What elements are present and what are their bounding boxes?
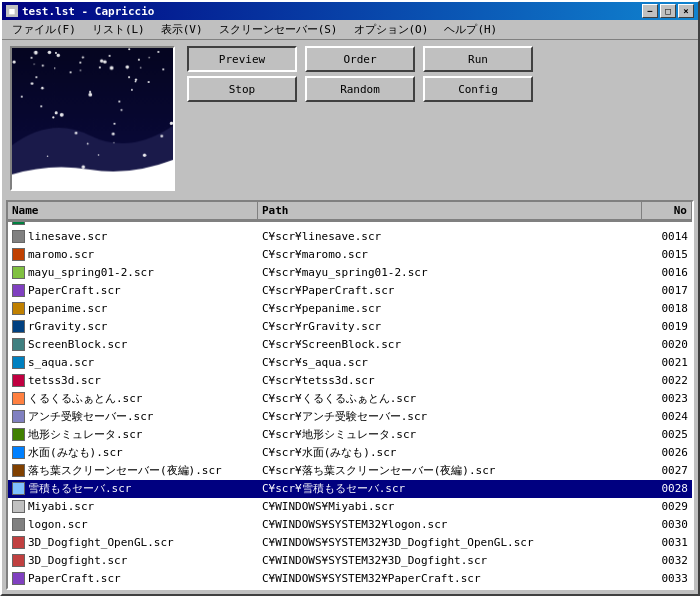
file-icon xyxy=(12,356,25,369)
menu-screensaver[interactable]: スクリーンセーバー(S) xyxy=(211,20,346,39)
file-icon xyxy=(12,572,25,585)
table-row[interactable]: アンチ受験セーバー.scr C¥scr¥アンチ受験セーバー.scr 0024 xyxy=(8,408,692,426)
table-row[interactable]: PaperCraft.scr C¥WINDOWS¥SYSTEM32¥PaperC… xyxy=(8,570,692,588)
cell-path: C¥WINDOWS¥SYSTEM32¥3D_Dogfight_OpenGL.sc… xyxy=(258,535,642,550)
preview-box xyxy=(10,46,175,191)
cell-name-text: ScreenBlock.scr xyxy=(28,338,127,351)
cell-no: 0022 xyxy=(642,373,692,388)
cell-path: C¥WINDOWS¥SYSTEM32¥PaperCraft.scr xyxy=(258,571,642,586)
cell-no: 0017 xyxy=(642,283,692,298)
buttons-area: Preview Order Run Stop Random Config xyxy=(187,46,690,194)
cell-no: 0025 xyxy=(642,427,692,442)
table-row[interactable]: 地形シミュレータ.scr C¥scr¥地形シミュレータ.scr 0025 xyxy=(8,426,692,444)
file-icon xyxy=(12,302,25,315)
cell-no: 0018 xyxy=(642,301,692,316)
cell-path: C¥scr¥hotaru.scr xyxy=(258,222,642,226)
file-icon xyxy=(12,536,25,549)
button-row-2: Stop Random Config xyxy=(187,76,690,102)
table-row[interactable]: 落ち葉スクリーンセーバー(夜編).scr C¥scr¥落ち葉スクリーンセーバー(… xyxy=(8,462,692,480)
file-icon xyxy=(12,464,25,477)
table-row[interactable]: maromo.scr C¥scr¥maromo.scr 0015 xyxy=(8,246,692,264)
cell-name-text: 雪積もるセーバ.scr xyxy=(28,481,132,496)
cell-name-text: PaperCraft.scr xyxy=(28,572,121,585)
col-header-name[interactable]: Name xyxy=(8,202,258,220)
table-row[interactable]: mayu_spring01-2.scr C¥scr¥mayu_spring01-… xyxy=(8,264,692,282)
menu-view[interactable]: 表示(V) xyxy=(153,20,211,39)
cell-name-text: 3D_Dogfight_OpenGL.scr xyxy=(28,536,174,549)
cell-no: 0023 xyxy=(642,391,692,406)
cell-path: C¥scr¥ScreenBlock.scr xyxy=(258,337,642,352)
menu-help[interactable]: ヘルプ(H) xyxy=(436,20,505,39)
cell-name-text: mayu_spring01-2.scr xyxy=(28,266,154,279)
minimize-button[interactable]: − xyxy=(642,4,658,18)
cell-path: C¥WINDOWS¥SYSTEM32¥3D_Dogfight.scr xyxy=(258,553,642,568)
table-row[interactable]: pepanime.scr C¥scr¥pepanime.scr 0018 xyxy=(8,300,692,318)
file-icon xyxy=(12,446,25,459)
table-row[interactable]: rGravity.scr C¥scr¥rGravity.scr 0019 xyxy=(8,318,692,336)
cell-no: 0014 xyxy=(642,229,692,244)
cell-name-text: アンチ受験セーバー.scr xyxy=(28,409,154,424)
col-header-path[interactable]: Path xyxy=(258,202,642,220)
maximize-button[interactable]: □ xyxy=(660,4,676,18)
cell-no: 0016 xyxy=(642,265,692,280)
cell-no: 0019 xyxy=(642,319,692,334)
title-bar: ■ test.lst - Capriccio − □ × xyxy=(2,2,698,20)
cell-no: 0029 xyxy=(642,499,692,514)
cell-path: C¥scr¥pepanime.scr xyxy=(258,301,642,316)
close-button[interactable]: × xyxy=(678,4,694,18)
cell-name-text: logon.scr xyxy=(28,518,88,531)
cell-name-text: Miyabi.scr xyxy=(28,500,94,513)
cell-no: 0021 xyxy=(642,355,692,370)
menu-options[interactable]: オプション(O) xyxy=(346,20,437,39)
cell-name-text: pepanime.scr xyxy=(28,302,107,315)
random-button[interactable]: Random xyxy=(305,76,415,102)
table-row[interactable]: ScreenBlock.scr C¥scr¥ScreenBlock.scr 00… xyxy=(8,336,692,354)
file-icon xyxy=(12,320,25,333)
run-button[interactable]: Run xyxy=(423,46,533,72)
table-row[interactable]: くるくるふぁとん.scr C¥scr¥くるくるふぁとん.scr 0023 xyxy=(8,390,692,408)
config-button[interactable]: Config xyxy=(423,76,533,102)
file-icon xyxy=(12,392,25,405)
table-row[interactable]: PaperCraft.scr C¥scr¥PaperCraft.scr 0017 xyxy=(8,282,692,300)
cell-no: 0033 xyxy=(642,571,692,586)
menu-list[interactable]: リスト(L) xyxy=(84,20,153,39)
table-row[interactable]: 3D_Dogfight.scr C¥WINDOWS¥SYSTEM32¥3D_Do… xyxy=(8,552,692,570)
file-icon xyxy=(12,222,25,225)
list-body[interactable]: FishSaver2v1_2.scr C¥scr¥FishSaver2v1_2.… xyxy=(8,222,692,588)
table-row[interactable]: 3D_Dogfight_OpenGL.scr C¥WINDOWS¥SYSTEM3… xyxy=(8,534,692,552)
preview-button[interactable]: Preview xyxy=(187,46,297,72)
cell-name-text: PaperCraft.scr xyxy=(28,284,121,297)
table-row[interactable]: tetss3d.scr C¥scr¥tetss3d.scr 0022 xyxy=(8,372,692,390)
list-header: Name Path No xyxy=(8,202,692,222)
menu-file[interactable]: ファイル(F) xyxy=(4,20,84,39)
table-row[interactable]: linesave.scr C¥scr¥linesave.scr 0014 xyxy=(8,228,692,246)
cell-name-text: 水面(みなも).scr xyxy=(28,445,123,460)
file-icon xyxy=(12,518,25,531)
cell-no: 0026 xyxy=(642,445,692,460)
cell-no: 0030 xyxy=(642,517,692,532)
stop-button[interactable]: Stop xyxy=(187,76,297,102)
title-bar-buttons: − □ × xyxy=(642,4,694,18)
table-row[interactable]: Miyabi.scr C¥WINDOWS¥Miyabi.scr 0029 xyxy=(8,498,692,516)
cell-path: C¥scr¥linesave.scr xyxy=(258,229,642,244)
menu-bar: ファイル(F) リスト(L) 表示(V) スクリーンセーバー(S) オプション(… xyxy=(2,20,698,40)
list-area: Name Path No FishSaver2v1_2.scr C¥scr¥Fi… xyxy=(6,200,694,590)
table-row[interactable]: logon.scr C¥WINDOWS¥SYSTEM32¥logon.scr 0… xyxy=(8,516,692,534)
col-header-no[interactable]: No xyxy=(642,202,692,220)
cell-path: C¥scr¥落ち葉スクリーンセーバー(夜編).scr xyxy=(258,462,642,479)
cell-name-text: 地形シミュレータ.scr xyxy=(28,427,143,442)
cell-no: 0032 xyxy=(642,553,692,568)
title-bar-left: ■ test.lst - Capriccio xyxy=(6,5,154,18)
table-row[interactable]: 雪積もるセーバ.scr C¥scr¥雪積もるセーバ.scr 0028 xyxy=(8,480,692,498)
main-window: ■ test.lst - Capriccio − □ × ファイル(F) リスト… xyxy=(0,0,700,596)
table-row[interactable]: 水面(みなも).scr C¥scr¥水面(みなも).scr 0026 xyxy=(8,444,692,462)
order-button[interactable]: Order xyxy=(305,46,415,72)
cell-path: C¥WINDOWS¥SYSTEM32¥logon.scr xyxy=(258,517,642,532)
cell-name-text: くるくるふぁとん.scr xyxy=(28,391,143,406)
cell-path: C¥scr¥tetss3d.scr xyxy=(258,373,642,388)
table-row[interactable]: s_aqua.scr C¥scr¥s_aqua.scr 0021 xyxy=(8,354,692,372)
cell-path: C¥scr¥PaperCraft.scr xyxy=(258,283,642,298)
cell-path: C¥scr¥アンチ受験セーバー.scr xyxy=(258,408,642,425)
cell-no: 0027 xyxy=(642,463,692,478)
file-icon xyxy=(12,554,25,567)
